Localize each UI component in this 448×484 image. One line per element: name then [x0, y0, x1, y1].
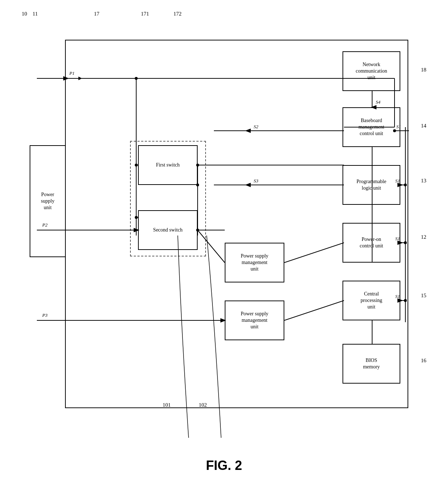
power-supply-unit: Power supply unit — [30, 145, 66, 257]
network-comm-unit: Network communication unit — [343, 51, 400, 91]
second-switch: Second switch — [138, 210, 198, 250]
psm-unit2: Power supply management unit — [225, 301, 284, 340]
svg-text:S2: S2 — [254, 124, 259, 129]
svg-text:S3: S3 — [254, 178, 259, 183]
figure-caption: FIG. 2 — [206, 458, 242, 473]
svg-text:S4: S4 — [376, 99, 381, 105]
cpu-unit: Central processing unit — [343, 281, 400, 320]
ref-172: 172 — [173, 11, 182, 17]
poweron-ctrl: Power-on control unit — [343, 223, 400, 263]
svg-marker-45 — [78, 77, 82, 80]
ref-14: 14 — [421, 123, 426, 129]
first-switch: First switch — [138, 145, 198, 185]
ref-15: 15 — [421, 293, 426, 299]
ref-17: 17 — [94, 11, 99, 17]
svg-text:P3: P3 — [42, 312, 48, 318]
main-box: Power supply unit Network communication … — [65, 40, 408, 408]
svg-line-34 — [284, 301, 344, 320]
prog-logic: Programmable logic unit — [343, 165, 400, 205]
ref-12: 12 — [421, 234, 426, 240]
baseboard-mgmt: Baseboard management control unit — [343, 107, 400, 147]
bios-memory: BIOS memory — [343, 344, 400, 384]
psm-unit1: Power supply management unit — [225, 243, 284, 282]
svg-line-33 — [284, 243, 344, 263]
ref-13: 13 — [421, 178, 426, 184]
ref-101: 101 — [163, 402, 171, 408]
svg-point-4 — [135, 77, 138, 80]
svg-point-22 — [404, 299, 407, 302]
svg-point-19 — [404, 241, 407, 244]
diagram-container: 10 11 17 171 172 Power supply unit Netwo… — [22, 11, 426, 444]
ref-10: 10 — [22, 11, 27, 17]
svg-point-16 — [404, 183, 407, 186]
ref-11: 11 — [33, 11, 38, 17]
ref-171: 171 — [141, 11, 149, 17]
ref-102: 102 — [199, 402, 207, 408]
ref-18: 18 — [421, 67, 426, 73]
svg-text:P1: P1 — [69, 70, 74, 76]
ref-16: 16 — [421, 358, 426, 364]
